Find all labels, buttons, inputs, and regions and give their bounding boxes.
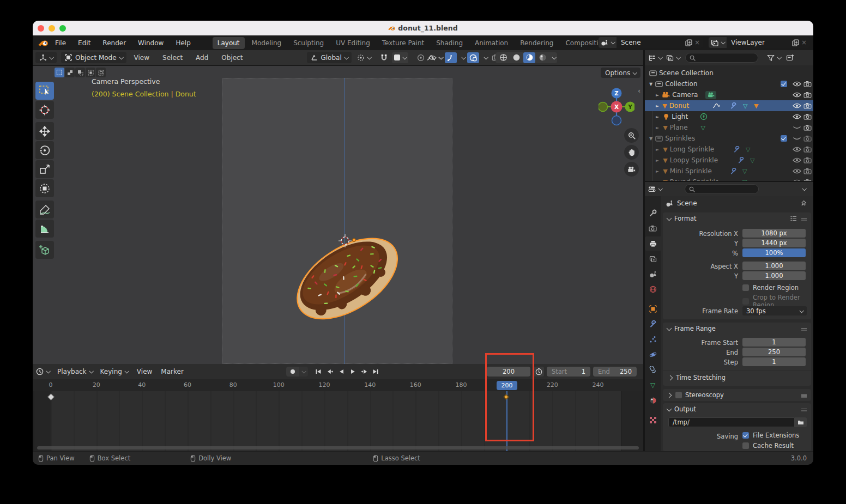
- viewport-3d[interactable]: Options Camera Perspective (200) Scene C…: [33, 66, 643, 364]
- show-gizmo-toggle[interactable]: [445, 52, 457, 63]
- properties-search-field[interactable]: [685, 184, 759, 194]
- outliner-row-collection[interactable]: ▼ Collection: [645, 78, 813, 89]
- panel-menu-icon[interactable]: [801, 409, 807, 410]
- zoom-view-button[interactable]: [624, 128, 639, 143]
- outliner-row-donut-selected[interactable]: ► ▼ Donut ▽ ▼: [645, 100, 813, 111]
- snap-toggle[interactable]: [378, 52, 390, 63]
- panel-menu-icon[interactable]: [801, 218, 807, 219]
- menu-item[interactable]: Edit: [78, 39, 90, 47]
- hide-eye-icon[interactable]: [793, 114, 801, 119]
- expand-triangle-icon[interactable]: ►: [656, 125, 659, 130]
- workspace-tab[interactable]: UV Editing: [331, 37, 375, 49]
- blender-logo-icon[interactable]: [38, 39, 49, 47]
- outliner-row-plane[interactable]: ► ▼ Plane ▽: [645, 122, 813, 133]
- hide-eye-icon[interactable]: [793, 103, 801, 108]
- outliner-search-field[interactable]: [685, 53, 758, 63]
- select-invert-button[interactable]: [86, 68, 95, 77]
- render-visibility-icon[interactable]: [803, 179, 812, 181]
- render-visibility-icon[interactable]: [803, 81, 812, 87]
- menu-item[interactable]: Render: [102, 39, 126, 47]
- close-window-button[interactable]: [38, 25, 44, 32]
- playback-menu[interactable]: Playback: [57, 368, 93, 375]
- add-cube-tool[interactable]: [35, 241, 54, 259]
- scene-name[interactable]: Scene: [617, 39, 685, 46]
- new-collection-button[interactable]: [786, 54, 794, 62]
- frame-range-panel-header[interactable]: Frame Range: [663, 323, 811, 334]
- select-intersect-button[interactable]: [96, 68, 106, 77]
- show-hide-selector[interactable]: [428, 52, 443, 63]
- marker-menu[interactable]: Marker: [161, 368, 183, 375]
- frame-end-field[interactable]: 250: [742, 348, 806, 356]
- expand-triangle-icon[interactable]: ►: [656, 104, 659, 108]
- render-visibility-icon[interactable]: [803, 168, 812, 174]
- mode-selector[interactable]: Object Mode: [61, 52, 126, 63]
- next-keyframe-button[interactable]: [359, 367, 370, 377]
- viewlayer-selector[interactable]: ViewLayer ×: [709, 37, 810, 48]
- tab-particle-properties[interactable]: [645, 332, 661, 347]
- scene-selector[interactable]: Scene ×: [599, 37, 703, 48]
- disclosure-triangle-icon[interactable]: ▼: [649, 136, 652, 141]
- hide-eye-icon[interactable]: [793, 168, 801, 174]
- expand-triangle-icon[interactable]: ►: [656, 93, 659, 98]
- jump-to-start-button[interactable]: [313, 367, 324, 377]
- tab-object-properties[interactable]: [645, 302, 661, 316]
- time-stretching-subpanel[interactable]: Time Stretching: [668, 374, 726, 381]
- disclosure-triangle-icon[interactable]: ▼: [649, 82, 652, 87]
- render-visibility-icon[interactable]: [803, 157, 812, 163]
- jump-to-end-button[interactable]: [370, 367, 381, 377]
- frame-start-field[interactable]: 1: [742, 338, 806, 347]
- viewlayer-name[interactable]: ViewLayer: [727, 39, 792, 46]
- view-menu[interactable]: View: [137, 368, 152, 375]
- presets-icon[interactable]: [790, 216, 797, 221]
- measure-tool[interactable]: [35, 220, 54, 238]
- output-panel-header[interactable]: Output: [663, 403, 811, 415]
- transform-orientation-selector[interactable]: Global: [307, 52, 351, 63]
- workspace-tab[interactable]: Sculpting: [288, 37, 329, 49]
- previous-keyframe-button[interactable]: [324, 367, 335, 377]
- hide-eye-icon[interactable]: [793, 179, 801, 181]
- hide-eye-icon[interactable]: [793, 147, 801, 152]
- pivot-point-selector[interactable]: [357, 52, 371, 63]
- expand-triangle-icon[interactable]: ►: [656, 180, 659, 181]
- crop-region-checkbox[interactable]: [742, 298, 749, 305]
- collection-checkbox[interactable]: [781, 135, 787, 142]
- resolution-percent-slider[interactable]: 100%: [742, 248, 806, 257]
- timeline-scrollbar[interactable]: [37, 446, 639, 450]
- shading-wireframe-button[interactable]: [497, 52, 509, 63]
- properties-editor-type[interactable]: [648, 186, 662, 192]
- new-viewlayer-icon[interactable]: [792, 39, 799, 46]
- scale-tool[interactable]: [35, 160, 54, 178]
- shading-rendered-button[interactable]: [536, 52, 548, 63]
- tab-viewlayer-properties[interactable]: [645, 252, 661, 266]
- snap-settings[interactable]: [392, 52, 408, 63]
- play-button[interactable]: [347, 367, 358, 377]
- select-subtract-button[interactable]: [75, 68, 85, 77]
- keying-menu[interactable]: Keying: [100, 368, 128, 375]
- render-region-checkbox[interactable]: [742, 284, 749, 291]
- tab-physics-properties[interactable]: [645, 348, 661, 362]
- options-button[interactable]: Options: [601, 68, 640, 78]
- viewport-menu-item[interactable]: Object: [221, 54, 243, 62]
- resolution-y-field[interactable]: 1440 px: [742, 239, 806, 247]
- output-path-field[interactable]: /tmp/: [668, 417, 795, 427]
- tab-tool-properties[interactable]: [645, 206, 661, 220]
- menu-item[interactable]: Help: [176, 39, 190, 47]
- hide-eye-icon[interactable]: [793, 157, 801, 163]
- timeline-ruler[interactable]: 020406080100120140160180220240: [33, 379, 643, 391]
- outliner-display-mode[interactable]: [666, 54, 680, 62]
- frame-step-field[interactable]: 1: [742, 357, 806, 366]
- active-camera-badge[interactable]: [705, 91, 716, 99]
- format-panel-header[interactable]: Format: [663, 212, 811, 224]
- resolution-x-field[interactable]: 1080 px: [742, 229, 806, 238]
- panel-menu-icon[interactable]: [801, 328, 807, 329]
- menu-item[interactable]: File: [55, 39, 66, 47]
- play-reverse-button[interactable]: [336, 367, 347, 377]
- outliner-row-camera[interactable]: ► Camera: [645, 89, 813, 100]
- chevron-down-icon[interactable]: [461, 55, 466, 59]
- tab-scene-properties[interactable]: [645, 267, 661, 281]
- file-extensions-checkbox[interactable]: [742, 432, 749, 439]
- frame-rate-dropdown[interactable]: 30 fps: [742, 306, 807, 315]
- workspace-tab[interactable]: Layout: [213, 37, 245, 49]
- timeline-editor-type[interactable]: [36, 368, 50, 375]
- keying-set-dropdown[interactable]: [299, 367, 308, 377]
